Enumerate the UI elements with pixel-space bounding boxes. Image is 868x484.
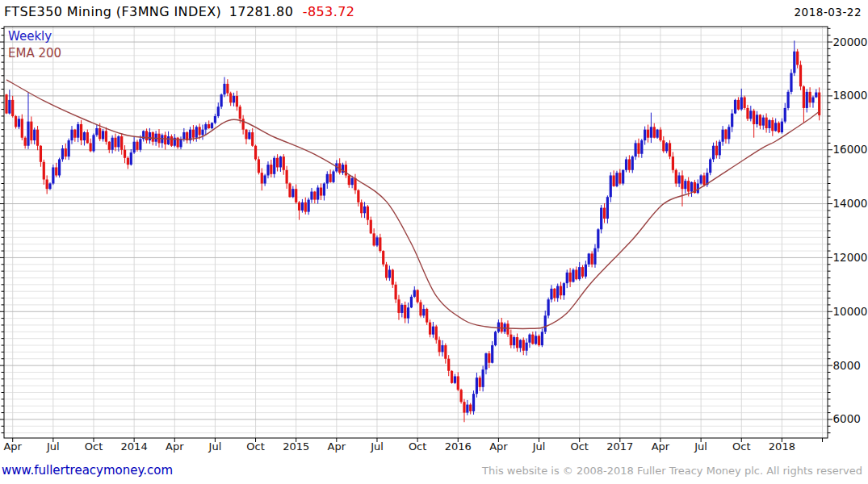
- svg-text:2016: 2016: [445, 440, 472, 453]
- plot-frame: [4, 27, 828, 438]
- site-link[interactable]: www.fullertreacymoney.com: [2, 463, 173, 478]
- svg-text:Apr: Apr: [328, 440, 346, 453]
- gridlines-minor: [4, 28, 828, 432]
- svg-text:Apr: Apr: [489, 440, 508, 453]
- svg-text:2014: 2014: [121, 440, 148, 453]
- copyright-text: This website is © 2008-2018 Fuller Treac…: [482, 465, 862, 477]
- svg-text:18000: 18000: [833, 89, 868, 102]
- svg-text:Oct: Oct: [570, 440, 588, 453]
- last-price: 17281.80: [229, 4, 294, 19]
- svg-text:16000: 16000: [833, 143, 868, 156]
- svg-text:Apr: Apr: [166, 440, 184, 453]
- legend-timeframe: Weekly: [8, 29, 52, 44]
- svg-text:Jul: Jul: [46, 440, 60, 453]
- x-axis-labels: AprJulOct2014AprJulOct2015AprJulOct2016A…: [3, 440, 795, 453]
- svg-text:Oct: Oct: [732, 440, 750, 453]
- chart-window: 60008000100001200014000160001800020000Ap…: [0, 0, 868, 484]
- svg-text:2017: 2017: [606, 440, 633, 453]
- svg-text:Oct: Oct: [246, 440, 264, 453]
- chart-title: FTSE350 Mining (F3MNG INDEX): [4, 4, 221, 19]
- svg-text:2018: 2018: [769, 440, 795, 453]
- chart-date: 2018-03-22: [795, 6, 862, 19]
- svg-text:Apr: Apr: [652, 440, 670, 453]
- svg-text:Jul: Jul: [208, 440, 222, 453]
- y-axis-labels: 60008000100001200014000160001800020000: [833, 35, 868, 426]
- svg-text:8000: 8000: [833, 359, 861, 372]
- chart-header: FTSE350 Mining (F3MNG INDEX) 17281.80 -8…: [4, 4, 354, 19]
- svg-text:2015: 2015: [283, 440, 309, 453]
- svg-text:14000: 14000: [833, 197, 868, 210]
- price-chart: 60008000100001200014000160001800020000Ap…: [0, 0, 868, 484]
- svg-text:Jul: Jul: [532, 440, 546, 453]
- svg-text:Apr: Apr: [3, 440, 22, 453]
- svg-text:Oct: Oct: [409, 440, 426, 453]
- svg-text:10000: 10000: [833, 305, 868, 318]
- svg-text:20000: 20000: [833, 35, 868, 48]
- gridlines-vertical: [13, 27, 823, 438]
- svg-text:6000: 6000: [833, 412, 861, 425]
- legend-ema200: EMA 200: [8, 46, 61, 60]
- svg-text:Jul: Jul: [370, 440, 384, 453]
- svg-text:Jul: Jul: [694, 440, 707, 453]
- svg-text:Oct: Oct: [85, 440, 103, 453]
- svg-text:12000: 12000: [833, 251, 868, 264]
- candlesticks: [5, 40, 820, 422]
- price-change: -853.72: [303, 4, 355, 19]
- axis-ticks: [0, 28, 832, 442]
